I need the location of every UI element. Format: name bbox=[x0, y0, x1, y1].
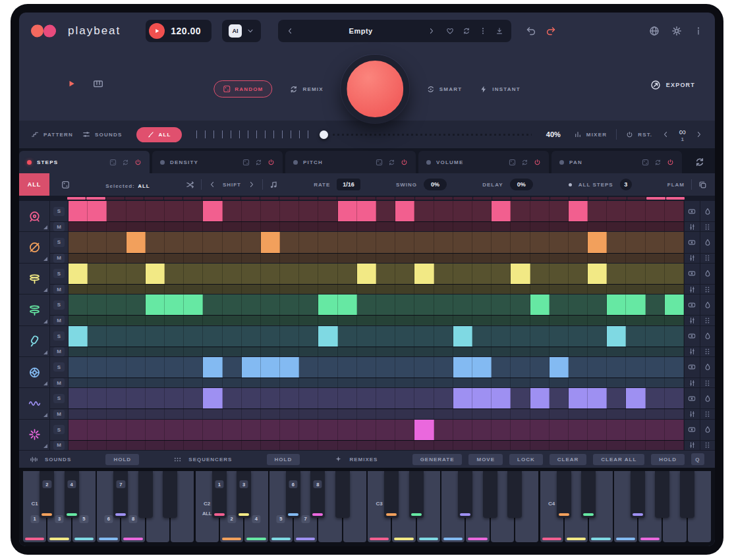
mute-step-cell[interactable] bbox=[69, 441, 88, 450]
step-cell[interactable] bbox=[414, 264, 434, 284]
step-cell[interactable] bbox=[376, 326, 395, 347]
piano-key-C#2[interactable]: 1 bbox=[212, 471, 227, 518]
track-mixer-button[interactable] bbox=[685, 316, 700, 325]
step-cell[interactable] bbox=[646, 294, 665, 315]
step-cell[interactable] bbox=[453, 357, 472, 378]
step-cell[interactable] bbox=[665, 420, 684, 440]
step-cell[interactable] bbox=[318, 232, 337, 252]
step-cell[interactable] bbox=[376, 232, 395, 252]
mute-step-cell[interactable] bbox=[223, 316, 242, 325]
step-cell[interactable] bbox=[338, 357, 357, 378]
mute-step-cell[interactable] bbox=[338, 285, 357, 294]
mute-step-cell[interactable] bbox=[146, 441, 165, 450]
mute-step-cell[interactable] bbox=[357, 378, 376, 387]
mute-step-cell[interactable] bbox=[280, 316, 299, 325]
mute-step-cell[interactable] bbox=[338, 441, 357, 450]
step-cell[interactable] bbox=[357, 326, 376, 347]
mute-step-cell[interactable] bbox=[318, 378, 337, 387]
step-cell[interactable] bbox=[472, 420, 492, 440]
pattern-prev-button[interactable] bbox=[662, 130, 669, 138]
step-cell[interactable] bbox=[472, 264, 492, 284]
piano-key-A#1[interactable] bbox=[163, 471, 177, 518]
preview-play-icon[interactable] bbox=[67, 79, 76, 88]
mute-step-cell[interactable] bbox=[299, 347, 318, 356]
step-cell[interactable] bbox=[88, 201, 107, 221]
shift-left-button[interactable] bbox=[208, 181, 216, 188]
step-cell[interactable] bbox=[569, 232, 588, 252]
clear-track-button[interactable] bbox=[685, 264, 700, 284]
step-cell[interactable] bbox=[223, 201, 242, 221]
mute-step-cell[interactable] bbox=[395, 316, 414, 325]
step-cell[interactable] bbox=[318, 420, 337, 440]
drag-handle[interactable] bbox=[700, 254, 716, 263]
step-cell[interactable] bbox=[492, 357, 511, 378]
mute-step-cell[interactable] bbox=[665, 409, 684, 418]
dice-icon[interactable] bbox=[61, 181, 70, 189]
mute-step-cell[interactable] bbox=[376, 378, 395, 387]
step-cell[interactable] bbox=[357, 388, 376, 408]
step-cell[interactable] bbox=[165, 388, 184, 408]
step-cell[interactable] bbox=[242, 388, 261, 408]
mute-step-cell[interactable] bbox=[261, 254, 280, 263]
step-cell[interactable] bbox=[127, 326, 146, 347]
drag-handle[interactable] bbox=[700, 409, 716, 418]
step-cell[interactable] bbox=[453, 388, 472, 408]
mute-step-cell[interactable] bbox=[280, 441, 299, 450]
mute-step-cell[interactable] bbox=[530, 254, 550, 263]
mute-step-cell[interactable] bbox=[107, 316, 126, 325]
mute-step-cell[interactable] bbox=[472, 409, 492, 418]
mute-step-cell[interactable] bbox=[184, 254, 203, 263]
step-cell[interactable] bbox=[146, 232, 165, 252]
step-cell[interactable] bbox=[607, 326, 626, 347]
step-cell[interactable] bbox=[127, 388, 146, 408]
mute-step-cell[interactable] bbox=[588, 441, 607, 450]
track-mixer-button[interactable] bbox=[685, 222, 700, 231]
step-cell[interactable] bbox=[107, 357, 126, 378]
mute-step-cell[interactable] bbox=[646, 254, 665, 263]
mute-step-cell[interactable] bbox=[223, 441, 242, 450]
step-cell[interactable] bbox=[492, 326, 511, 347]
clear-all-button[interactable]: CLEAR ALL bbox=[593, 454, 644, 465]
step-cell[interactable] bbox=[550, 420, 569, 440]
step-cell[interactable] bbox=[607, 201, 626, 221]
tab-steps[interactable]: STEPS bbox=[19, 151, 150, 173]
step-cell[interactable] bbox=[280, 232, 299, 252]
mute-step-cell[interactable] bbox=[88, 254, 107, 263]
step-cell[interactable] bbox=[395, 388, 414, 408]
mute-step-cell[interactable] bbox=[165, 222, 184, 231]
step-cell[interactable] bbox=[69, 357, 88, 378]
step-cell[interactable] bbox=[626, 326, 645, 347]
export-button[interactable]: EXPORT bbox=[650, 80, 695, 90]
step-cell[interactable] bbox=[146, 294, 165, 315]
humanize-button[interactable] bbox=[700, 388, 716, 408]
step-cell[interactable] bbox=[88, 420, 107, 440]
step-cell[interactable] bbox=[414, 326, 434, 347]
track-mixer-button[interactable] bbox=[685, 409, 700, 418]
mute-button[interactable]: M bbox=[53, 378, 65, 387]
mute-step-cell[interactable] bbox=[626, 316, 645, 325]
step-cell[interactable] bbox=[376, 420, 395, 440]
smart-button[interactable]: SMART bbox=[426, 85, 462, 94]
mute-step-cell[interactable] bbox=[607, 441, 626, 450]
step-cell[interactable] bbox=[357, 294, 376, 315]
mute-step-cell[interactable] bbox=[453, 409, 472, 418]
step-cell[interactable] bbox=[357, 201, 376, 221]
mute-step-cell[interactable] bbox=[127, 222, 146, 231]
mute-step-cell[interactable] bbox=[569, 347, 588, 356]
step-cell[interactable] bbox=[588, 201, 607, 221]
mute-step-cell[interactable] bbox=[318, 254, 337, 263]
step-cell[interactable] bbox=[646, 420, 665, 440]
mute-step-cell[interactable] bbox=[607, 347, 626, 356]
step-cell[interactable] bbox=[569, 326, 588, 347]
piano-key-C#3[interactable] bbox=[384, 471, 399, 518]
mute-step-cell[interactable] bbox=[434, 347, 453, 356]
mute-step-cell[interactable] bbox=[223, 378, 242, 387]
mute-step-cell[interactable] bbox=[665, 285, 684, 294]
step-cell[interactable] bbox=[626, 420, 645, 440]
step-cell[interactable] bbox=[223, 357, 242, 378]
dice-icon[interactable] bbox=[109, 159, 117, 166]
mute-step-cell[interactable] bbox=[299, 316, 318, 325]
step-cell[interactable] bbox=[665, 326, 684, 347]
mute-step-cell[interactable] bbox=[203, 378, 222, 387]
step-cell[interactable] bbox=[434, 326, 453, 347]
